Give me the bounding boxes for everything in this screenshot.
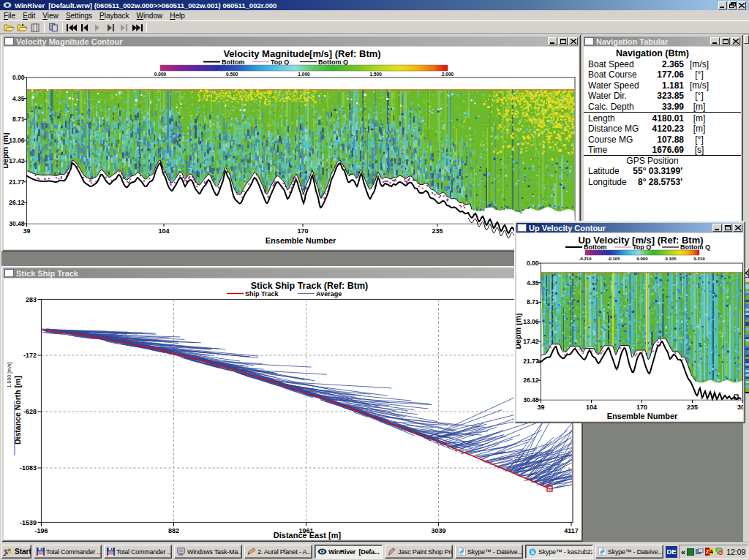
- svg-text:-628: -628: [23, 408, 37, 415]
- svg-text:Ensemble Number: Ensemble Number: [607, 412, 678, 420]
- svg-text:0.00: 0.00: [527, 260, 539, 267]
- svg-text:8.71: 8.71: [527, 298, 539, 306]
- svg-text:0.000: 0.000: [154, 72, 167, 77]
- svg-text:1.000 [m/s]: 1.000 [m/s]: [7, 363, 12, 388]
- svg-text:Depth [m]: Depth [m]: [4, 133, 10, 169]
- svg-text:S: S: [531, 548, 535, 555]
- svg-text:104: 104: [586, 404, 597, 411]
- svg-text:4117: 4117: [564, 527, 579, 534]
- svg-text:170: 170: [297, 227, 308, 235]
- svg-text:0.500: 0.500: [226, 72, 238, 77]
- svg-text:Depth [m]: Depth [m]: [516, 314, 522, 349]
- svg-text:-1539: -1539: [20, 519, 37, 526]
- svg-text:0.210: 0.210: [693, 257, 705, 261]
- svg-text:300: 300: [737, 404, 743, 411]
- svg-text:2.000: 2.000: [442, 72, 454, 77]
- svg-text:21.77: 21.77: [523, 357, 539, 365]
- svg-text:882: 882: [168, 527, 179, 534]
- svg-text:283: 283: [26, 296, 37, 303]
- svg-text:235: 235: [687, 404, 698, 411]
- svg-text:170: 170: [636, 404, 647, 411]
- svg-text:Bottom: Bottom: [584, 243, 607, 251]
- svg-text:39: 39: [537, 404, 544, 411]
- svg-text:13.06: 13.06: [9, 137, 25, 144]
- svg-text:Bottom: Bottom: [222, 58, 245, 66]
- svg-text:Ensemble Number: Ensemble Number: [266, 236, 336, 245]
- svg-text:17.42: 17.42: [9, 157, 25, 164]
- svg-text:235: 235: [432, 227, 443, 235]
- svg-text:Top Q: Top Q: [633, 243, 651, 251]
- svg-text:-0.105: -0.105: [607, 257, 620, 261]
- svg-text:Top Q: Top Q: [271, 58, 289, 66]
- svg-text:Average: Average: [316, 290, 342, 298]
- svg-text:30.48: 30.48: [9, 220, 25, 227]
- svg-text:-172: -172: [23, 352, 37, 359]
- svg-text:Velocity Magnitude[m/s] (Ref:: Velocity Magnitude[m/s] (Ref: Btm): [223, 48, 380, 59]
- svg-text:13.06: 13.06: [523, 318, 539, 325]
- svg-text:0.105: 0.105: [665, 257, 677, 261]
- svg-text:A: A: [710, 548, 713, 555]
- svg-text:1.000: 1.000: [298, 72, 310, 77]
- svg-text:39: 39: [23, 227, 30, 235]
- svg-text:104: 104: [158, 227, 169, 235]
- svg-text:-1083: -1083: [20, 464, 37, 472]
- svg-text:17.42: 17.42: [523, 338, 539, 345]
- svg-text:-0.210: -0.210: [579, 257, 592, 261]
- svg-text:1.500: 1.500: [370, 72, 383, 77]
- svg-text:3039: 3039: [431, 527, 445, 534]
- svg-text:8.71: 8.71: [12, 116, 25, 123]
- svg-text:4.35: 4.35: [527, 279, 539, 287]
- svg-text:30.48: 30.48: [523, 396, 539, 404]
- svg-text:-196: -196: [34, 527, 48, 534]
- svg-text:21.77: 21.77: [9, 178, 25, 186]
- svg-text:0.000: 0.000: [636, 257, 648, 261]
- svg-text:Distance East [m]: Distance East [m]: [274, 531, 342, 540]
- svg-text:26.12: 26.12: [9, 199, 25, 206]
- svg-text:Ship Track: Ship Track: [245, 290, 279, 298]
- svg-text:Bottom Q: Bottom Q: [318, 58, 348, 66]
- svg-text:4.35: 4.35: [12, 95, 25, 102]
- svg-text:0.00: 0.00: [12, 74, 25, 81]
- svg-text:26.12: 26.12: [523, 377, 539, 384]
- svg-text:Bottom Q: Bottom Q: [680, 243, 710, 251]
